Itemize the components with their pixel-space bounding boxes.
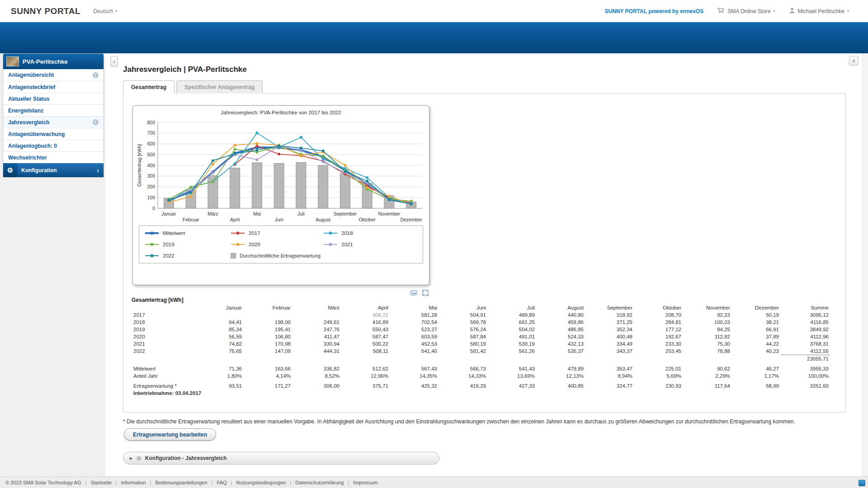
- legend-line-marker: [145, 230, 159, 236]
- footer-separator: |: [85, 480, 87, 485]
- cell: 84,25: [683, 326, 732, 333]
- tab-spezifischer-anlagenertrag[interactable]: Spezifischer Anlagenertrag: [176, 80, 263, 94]
- cell: 400,85: [537, 382, 585, 389]
- cell: 561,26: [488, 347, 537, 355]
- cell: 524,33: [537, 333, 585, 340]
- legend-line-marker: [323, 230, 338, 236]
- config-panel-toggle[interactable]: ▶ ⚙ Konfiguration - Jahresvergleich: [123, 452, 439, 465]
- column-header-juli: Juli: [488, 304, 537, 311]
- legend-label: Durchschnittliche Ertragserwartung: [240, 253, 321, 258]
- svg-text:Gesamtertrag [kWh]: Gesamtertrag [kWh]: [137, 144, 142, 187]
- powered-by-link[interactable]: SUNNY PORTAL powered by ennexOS: [604, 8, 703, 14]
- footer-link-datenschutzerkl-rung[interactable]: Datenschutzerklärung: [295, 480, 344, 485]
- legend-label: 2018: [341, 230, 353, 236]
- cell: 44,22: [732, 340, 781, 347]
- cell: 504,02: [488, 326, 537, 333]
- sidebar-item-anlagen-bersicht[interactable]: Anlagenübersicht: [3, 69, 104, 81]
- top-bar: SUNNY PORTAL Deutsch ▾ SUNNY PORTAL powe…: [0, 0, 868, 22]
- row-label: 2021: [132, 340, 195, 347]
- cell: 427,33: [488, 382, 537, 389]
- sidebar-item-energiebilanz[interactable]: Energiebilanz: [3, 104, 104, 116]
- user-name: Michael Perlitschke: [798, 8, 844, 14]
- legend-item-durchschnittliche-ertragserwartung: Durchschnittliche Ertragserwartung: [231, 253, 323, 258]
- sidebar-item-label: Anlagensteckbrief: [8, 84, 55, 90]
- sidebar-item-label: Aktueller Status: [8, 96, 49, 102]
- footer-link-nutzungsbedingungen[interactable]: Nutzungsbedingungen: [236, 480, 286, 485]
- cell: 14,35%: [390, 372, 439, 380]
- sidebar-item-anlagenlogbuch-0[interactable]: Anlagenlogbuch: 0: [3, 140, 104, 151]
- cell: 550,43: [341, 326, 390, 333]
- cell: 117,64: [683, 382, 732, 389]
- footer-link-startseite[interactable]: Startseite: [90, 480, 111, 485]
- plant-header[interactable]: PVA-Perlitschke: [3, 54, 104, 69]
- cell: 12,13%: [537, 372, 585, 380]
- cell: 192,67: [634, 333, 683, 340]
- footer-link-faq[interactable]: FAQ: [217, 480, 226, 485]
- page-scrollbar[interactable]: [862, 53, 868, 476]
- legend-item-2022: 2022: [145, 253, 231, 258]
- cell: 569,78: [439, 319, 488, 326]
- legend-label: 2021: [341, 242, 353, 247]
- store-label: SMA Online Store: [727, 8, 770, 14]
- cell: 504,91: [439, 311, 488, 319]
- commissioning-row: Inbetriebnahme: 03.04.2017: [132, 389, 830, 397]
- legend-item-2019: 2019: [145, 242, 231, 247]
- cell: 512,62: [341, 365, 390, 372]
- scroll-bottom-button[interactable]: [859, 480, 865, 486]
- cell: 253,45: [634, 347, 683, 355]
- cell: 576,24: [439, 326, 488, 333]
- svg-text:September: September: [334, 211, 357, 216]
- cell: 343,37: [585, 347, 634, 355]
- cell: 334,49: [585, 340, 634, 347]
- tab-gesamtertrag[interactable]: Gesamtertrag: [123, 80, 175, 94]
- footer-link-information[interactable]: Information: [121, 480, 146, 485]
- commissioning-date: Inbetriebnahme: 03.04.2017: [132, 389, 439, 397]
- cell: 75,30: [683, 340, 732, 347]
- sidebar-item-anlagen-berwachung[interactable]: Anlagenüberwachung: [3, 128, 104, 140]
- row-label: 2018: [132, 319, 195, 326]
- footer-link-impressum[interactable]: Impressum: [353, 480, 377, 485]
- cell: 233,30: [634, 340, 683, 347]
- sidebar-item-anlagensteckbrief[interactable]: Anlagensteckbrief: [3, 81, 104, 93]
- cell: 247,76: [292, 326, 341, 333]
- footer-separator: |: [116, 480, 117, 485]
- export-chart-icon[interactable]: [410, 289, 418, 297]
- svg-text:November: November: [378, 211, 401, 216]
- row-label: 2020: [132, 333, 195, 340]
- cell: 452,53: [390, 340, 439, 347]
- cell: 459,86: [537, 319, 585, 326]
- config-label: Konfiguration: [21, 167, 57, 174]
- row-label: Ertragserwartung *: [132, 382, 195, 389]
- svg-text:400: 400: [147, 163, 155, 168]
- year-row-2017: 2017408,22581,28504,91489,89440,80318,92…: [132, 311, 830, 319]
- sidebar-item-jahresvergleich[interactable]: Jahresvergleich: [3, 116, 104, 128]
- cell: 411,47: [292, 333, 341, 340]
- user-menu[interactable]: Michael Perlitschke ▾: [789, 7, 849, 15]
- footer-link-bedienungsanleitungen[interactable]: Bedienungsanleitungen: [156, 480, 208, 485]
- sidebar-item-wechselrichter[interactable]: Wechselrichter: [3, 151, 104, 163]
- grand-total-row: 23055,71: [132, 355, 830, 363]
- cell: 225,01: [634, 365, 683, 372]
- svg-text:800: 800: [147, 120, 155, 125]
- collapse-sidebar-button[interactable]: ‹: [110, 56, 118, 67]
- cell: 208,70: [634, 311, 683, 319]
- cell: [537, 355, 585, 363]
- sidebar-item-aktueller-status[interactable]: Aktueller Status: [3, 93, 104, 104]
- cell: 147,09: [244, 347, 292, 355]
- cell: 177,12: [634, 326, 683, 333]
- cell: 566,73: [439, 365, 488, 372]
- chart-legend: Mittelwert201720182019202020212022Durchs…: [139, 225, 423, 263]
- cell: [195, 355, 244, 363]
- footer-separator: |: [290, 480, 291, 485]
- cell: [585, 355, 634, 363]
- scroll-top-button[interactable]: ∧: [849, 56, 859, 66]
- online-store-menu[interactable]: SMA Online Store ▾: [717, 7, 775, 15]
- maximize-chart-icon[interactable]: [421, 289, 429, 297]
- edit-expectation-button[interactable]: Ertragserwartung bearbeiten: [124, 428, 216, 441]
- cell: 416,89: [341, 319, 390, 326]
- cell: 580,19: [439, 340, 488, 347]
- sidebar-item-konfiguration[interactable]: ⚙ Konfiguration ›: [3, 163, 104, 177]
- language-selector[interactable]: Deutsch ▾: [93, 8, 117, 14]
- cell: 14,33%: [439, 372, 488, 380]
- row-label: 2017: [132, 311, 195, 319]
